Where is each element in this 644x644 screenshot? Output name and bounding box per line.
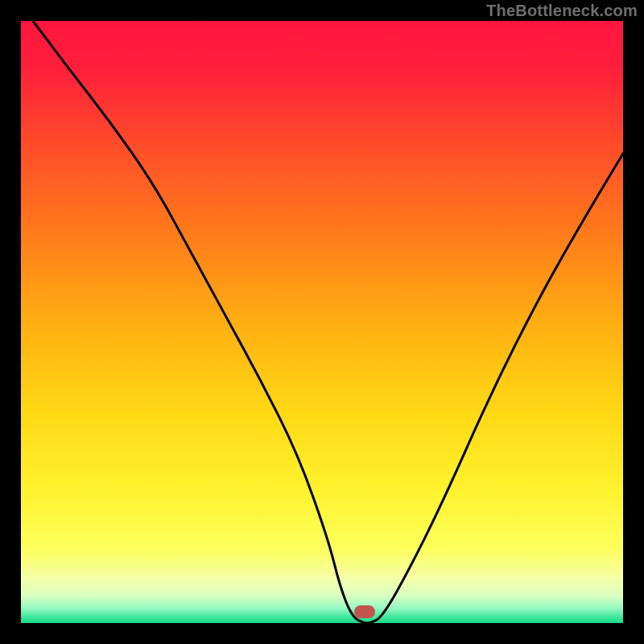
gradient-background [21,21,623,623]
watermark-text: TheBottleneck.com [486,2,638,20]
optimal-point-marker [354,605,375,618]
bottleneck-plot [0,0,644,644]
chart-canvas: TheBottleneck.com [0,0,644,644]
